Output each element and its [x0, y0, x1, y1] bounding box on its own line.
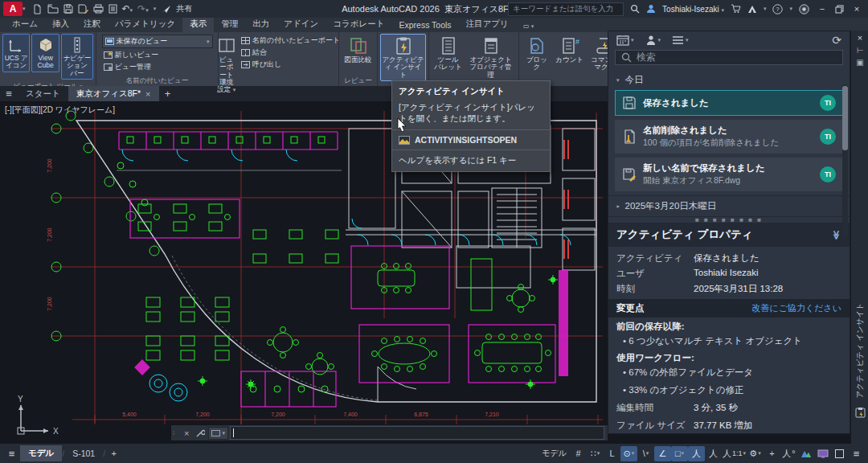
- command-input[interactable]: [230, 426, 604, 440]
- graphics-performance-button[interactable]: [797, 446, 814, 461]
- navigation-bar-button[interactable]: ナビゲーション バー: [61, 34, 93, 80]
- user-icon[interactable]: [646, 4, 656, 14]
- cart-icon[interactable]: [731, 4, 741, 14]
- file-tab-menu-icon[interactable]: ≡: [0, 86, 18, 101]
- drawing-compare-button[interactable]: 図面比較: [342, 34, 375, 66]
- file-tab-document[interactable]: 東京オフィス8F* ×: [68, 86, 159, 101]
- viewport-controls-label[interactable]: [-][平面図][2D ワイヤフレーム]: [5, 104, 115, 116]
- command-line-bar[interactable]: ⁞ × ▾: [170, 424, 608, 441]
- ortho-toggle[interactable]: L: [604, 446, 620, 461]
- help-search-input[interactable]: キーワードまたは語句を入力: [508, 2, 624, 16]
- clean-screen-display-button[interactable]: [814, 446, 831, 461]
- tab-insert[interactable]: 挿入: [45, 17, 76, 32]
- tab-express-tools[interactable]: Express Tools: [391, 18, 458, 32]
- refresh-icon[interactable]: ⟳: [832, 34, 841, 47]
- palette-autohide-icon[interactable]: ⊢: [857, 46, 864, 55]
- new-layout-button[interactable]: +: [105, 446, 122, 461]
- panel-splitter[interactable]: ■ ■ ■ ■ ■ ■ ■ ■: [608, 217, 850, 223]
- palette-close-icon[interactable]: ×: [858, 33, 862, 43]
- redo-icon[interactable]: ↷▾: [137, 4, 149, 14]
- autocad-logo-icon[interactable]: A: [3, 2, 23, 16]
- isolate-objects-button[interactable]: 人°: [780, 446, 797, 461]
- save-as-icon[interactable]: [78, 4, 88, 14]
- tab-home[interactable]: ホーム: [5, 17, 45, 32]
- sheet-icon[interactable]: [108, 4, 117, 14]
- autoscale-toggle[interactable]: 人: [705, 446, 722, 461]
- tab-collaborate[interactable]: コラボレート: [326, 17, 391, 32]
- new-drawing-tab-button[interactable]: +: [159, 86, 177, 101]
- event-filter-button[interactable]: ▾: [672, 35, 689, 45]
- file-tab-start[interactable]: スタート: [18, 86, 68, 101]
- help-icon[interactable]: ?: [772, 4, 783, 14]
- ribbon-display-options[interactable]: ▭ ▾: [516, 21, 541, 32]
- view-cube-button[interactable]: View Cube: [31, 34, 59, 72]
- undo-icon[interactable]: ↶▾: [122, 4, 133, 14]
- properties-palette-button[interactable]: オブジェクト プロパティ管理: [466, 34, 516, 81]
- user-filter-button[interactable]: ▾: [645, 35, 661, 46]
- viewport-config-button[interactable]: ビューポート環境設定 ▾: [215, 34, 238, 96]
- restore-button[interactable]: [835, 5, 844, 14]
- search-expand-icon[interactable]: ▸: [499, 6, 502, 12]
- tab-output[interactable]: 出力: [245, 17, 276, 32]
- tool-palettes-button[interactable]: ツール パレット: [432, 34, 465, 74]
- tab-annotate[interactable]: 注釈: [76, 17, 108, 32]
- named-viewports-button[interactable]: 名前の付いたビューポート: [240, 35, 342, 46]
- date-filter-button[interactable]: ▾: [616, 35, 634, 46]
- object-snap-tracking-toggle[interactable]: ∠: [654, 446, 671, 461]
- model-space-indicator[interactable]: モデル: [542, 448, 567, 459]
- layout-menu-icon[interactable]: ≡: [3, 446, 20, 461]
- close-button[interactable]: ×: [850, 4, 863, 14]
- new-file-icon[interactable]: [32, 4, 43, 14]
- palette-vertical-title[interactable]: アクティビティ インサイト: [855, 310, 866, 399]
- view-manager-button[interactable]: ビュー管理: [102, 62, 213, 72]
- activity-search-input[interactable]: 検索: [615, 50, 843, 66]
- save-icon[interactable]: [63, 4, 73, 14]
- crosshair-button[interactable]: +: [764, 446, 780, 461]
- blocks-button[interactable]: ブロック: [522, 34, 552, 74]
- collapse-chevron-icon[interactable]: ≫: [832, 231, 842, 240]
- group-today[interactable]: ▾今日: [608, 70, 850, 90]
- view-list-dropdown[interactable]: 未保存のビュー ▾: [102, 35, 213, 48]
- tab-parametric[interactable]: パラメトリック: [108, 17, 182, 32]
- open-file-icon[interactable]: [47, 4, 59, 14]
- tab-manage[interactable]: 管理: [214, 17, 245, 32]
- snap-toggle[interactable]: ∷▾: [587, 446, 604, 461]
- polar-tracking-toggle[interactable]: ⊙▾: [620, 446, 637, 461]
- activity-item-saved-as[interactable]: 新しい名前で保存されました 開始 東京オフィス8F.dwg TI: [615, 158, 843, 191]
- feedback-icon[interactable]: [799, 4, 809, 14]
- activity-properties-header[interactable]: アクティビティ プロパティ ≫: [608, 223, 850, 247]
- join-viewports-button[interactable]: 結合: [240, 47, 342, 58]
- tab-featured-apps[interactable]: 注目アプリ: [459, 17, 516, 32]
- command-customize-icon[interactable]: [195, 428, 205, 438]
- command-close-icon[interactable]: ×: [184, 428, 189, 438]
- panel-scrollbar[interactable]: [842, 84, 848, 237]
- feedback-link[interactable]: 改善にご協力ください: [751, 302, 841, 314]
- plot-icon[interactable]: [93, 4, 104, 14]
- customization-menu-icon[interactable]: ≡: [848, 446, 865, 461]
- new-view-button[interactable]: 新しいビュー: [102, 50, 213, 60]
- fullscreen-button[interactable]: [831, 446, 848, 461]
- share-icon[interactable]: [161, 5, 171, 14]
- layout-tab-s101[interactable]: S-101: [64, 446, 103, 461]
- workspace-gear-button[interactable]: ⚙▾: [747, 446, 764, 461]
- command-drag-handle[interactable]: ⁞: [173, 429, 179, 436]
- help-dropdown-icon[interactable]: ▾: [789, 6, 792, 12]
- activity-insights-button[interactable]: アクティビティ インサイト: [380, 34, 426, 81]
- command-recent-dropdown[interactable]: ▾: [208, 427, 228, 440]
- search-icon[interactable]: [630, 4, 640, 14]
- tab-addins[interactable]: アドイン: [276, 17, 326, 32]
- autodesk-logo-icon[interactable]: [747, 5, 757, 14]
- layout-tab-model[interactable]: モデル: [20, 445, 62, 461]
- object-snap-toggle[interactable]: □▾: [671, 446, 688, 461]
- group-march-20[interactable]: ▾ 2025年3月20日木曜日: [608, 195, 850, 217]
- count-button[interactable]: # カウント: [554, 34, 586, 66]
- ucs-icon-button[interactable]: UCS アイコン: [2, 34, 30, 72]
- panel-label-viewport-tools[interactable]: ビューポート ツール ▾: [0, 81, 96, 86]
- minimize-button[interactable]: −: [816, 4, 829, 14]
- grid-toggle[interactable]: #: [570, 446, 587, 461]
- tab-view[interactable]: 表示: [182, 17, 214, 32]
- signed-in-user[interactable]: Toshiaki-Isezaki ▾: [662, 5, 724, 14]
- activity-item-purged[interactable]: 名前削除されました 100 個の項目が名前削除されました TI: [615, 120, 843, 154]
- qat-customize-icon[interactable]: ▾: [154, 6, 157, 12]
- share-label[interactable]: 共有: [176, 3, 192, 14]
